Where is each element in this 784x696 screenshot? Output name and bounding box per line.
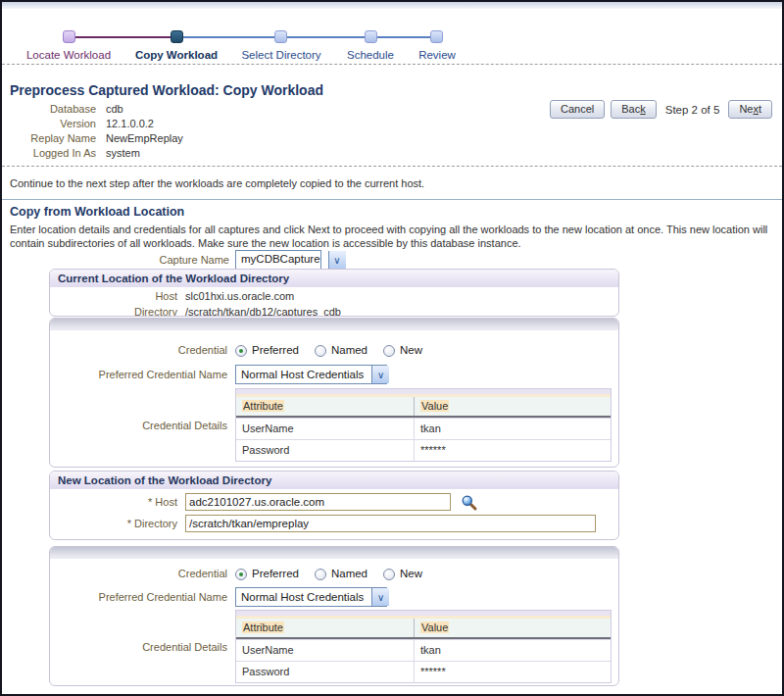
preferred-credential-name-label: Preferred Credential Name: [50, 590, 227, 605]
train-connector: [376, 36, 431, 38]
section-title: Copy from Workload Location: [10, 205, 184, 219]
next-button[interactable]: Next: [728, 100, 772, 119]
preferred-credential-name-label: Preferred Credential Name: [50, 368, 227, 382]
train-step-label-schedule: Schedule: [347, 49, 394, 61]
panel-band: [50, 319, 618, 330]
radio-dot: [235, 569, 247, 580]
directory-label: Directory: [50, 305, 177, 317]
context-info: Databasecdb Version12.1.0.0.2 Replay Nam…: [10, 102, 183, 161]
radio-preferred-1[interactable]: Preferred: [235, 343, 299, 358]
info-label: Database: [10, 102, 96, 117]
radio-dot: [383, 569, 395, 580]
radio-new-2[interactable]: New: [383, 567, 422, 581]
radio-dot: [235, 345, 247, 357]
train-step-marker-select-directory: [274, 30, 287, 43]
wizard-actions: Cancel Back Step 2 of 5 Next: [550, 100, 772, 119]
table-header-row: Attribute Value: [236, 397, 611, 418]
more-details-link-1[interactable]: More Details: [235, 465, 618, 468]
info-value: NewEmpReplay: [106, 131, 183, 146]
info-label: Version: [10, 117, 96, 131]
info-label: Replay Name: [10, 131, 96, 146]
info-value: cdb: [106, 102, 123, 117]
cancel-button[interactable]: Cancel: [550, 100, 605, 119]
train-step-marker-review: [430, 30, 443, 43]
back-button[interactable]: Back: [611, 100, 656, 119]
capture-name-select[interactable]: myCDBCapture ∨: [235, 250, 321, 270]
section-description: Enter location details and credentials f…: [10, 223, 778, 250]
column-header-value: Value: [415, 397, 611, 416]
host-value: slc01hxi.us.oracle.com: [185, 289, 294, 304]
radio-dot: [315, 569, 326, 580]
train-step-marker-schedule: [365, 30, 377, 43]
train-step-label-copy-workload[interactable]: Copy Workload: [135, 49, 218, 61]
table-row: Password ******: [236, 661, 611, 682]
host-label-required: * Host: [50, 496, 177, 508]
table-row: Password ******: [236, 439, 611, 461]
workflow-train: Locate Workload Copy Workload Select Dir…: [2, 14, 782, 61]
step-indicator: Step 2 of 5: [665, 104, 720, 116]
radio-named-2[interactable]: Named: [315, 567, 368, 581]
section-rule: [2, 199, 782, 200]
credential-label: Credential: [50, 567, 227, 581]
radio-preferred-2[interactable]: Preferred: [235, 567, 299, 581]
table-row: UserName tkan: [236, 418, 611, 439]
column-header-attribute: Attribute: [236, 397, 415, 416]
new-location-title: New Location of the Workload Directory: [50, 472, 618, 489]
instruction-text: Continue to the next step after the work…: [10, 177, 424, 189]
new-location-panel: New Location of the Workload Directory *…: [49, 471, 619, 540]
current-location-title: Current Location of the Workload Directo…: [50, 270, 618, 287]
directory-input[interactable]: [185, 515, 596, 532]
directory-value: /scratch/tkan/db12/captures_cdb: [185, 305, 341, 317]
train-step-label-select-directory: Select Directory: [241, 49, 320, 61]
radio-dot: [315, 345, 326, 357]
capture-name-label: Capture Name: [10, 254, 229, 266]
preferred-credential-select-2[interactable]: Normal Host Credentials ∨: [235, 587, 387, 607]
credential-panel-new: Credential Preferred Named New Preferred…: [49, 546, 619, 686]
separator: [2, 166, 782, 167]
train-connector: [287, 36, 366, 38]
column-header-attribute: Attribute: [236, 619, 415, 637]
credential-details-label: Credential Details: [50, 610, 227, 683]
page-title: Preprocess Captured Workload: Copy Workl…: [10, 82, 323, 98]
table-row: UserName tkan: [236, 639, 611, 661]
radio-named-1[interactable]: Named: [315, 343, 368, 358]
search-icon[interactable]: [461, 494, 477, 511]
info-label: Logged In As: [10, 146, 96, 161]
train-step-label-locate-workload[interactable]: Locate Workload: [26, 49, 111, 61]
train-step-marker-copy-workload[interactable]: [171, 30, 183, 43]
credential-label: Credential: [50, 343, 227, 358]
table-header-row: Attribute Value: [236, 619, 611, 639]
current-location-panel: Current Location of the Workload Directo…: [49, 269, 619, 317]
info-value: 12.1.0.0.2: [106, 117, 154, 131]
credential-details-table: Attribute Value UserName tkan Password *…: [235, 610, 612, 683]
radio-dot: [383, 345, 395, 357]
credential-details-table: Attribute Value UserName tkan Password *…: [235, 388, 612, 462]
top-strip: [2, 2, 782, 9]
panel-band: [50, 547, 618, 559]
chevron-down-icon: ∨: [328, 251, 346, 269]
column-header-value: Value: [415, 619, 611, 637]
train-connector: [182, 36, 275, 38]
host-label: Host: [50, 289, 177, 304]
info-value: system: [106, 146, 140, 161]
credential-details-label: Credential Details: [50, 388, 227, 462]
separator: [2, 64, 782, 65]
train-step-label-review: Review: [418, 49, 456, 61]
credential-panel-current: Credential Preferred Named New Preferred…: [49, 318, 619, 468]
chevron-down-icon: ∨: [371, 366, 389, 383]
radio-new-1[interactable]: New: [383, 343, 422, 358]
directory-label-required: * Directory: [50, 518, 177, 529]
host-input[interactable]: [185, 493, 451, 511]
wizard-page: Locate Workload Copy Workload Select Dir…: [0, 0, 784, 696]
train-connector: [74, 36, 171, 38]
chevron-down-icon: ∨: [371, 588, 389, 606]
preferred-credential-select-1[interactable]: Normal Host Credentials ∨: [235, 365, 387, 384]
train-step-marker-locate-workload[interactable]: [63, 30, 75, 43]
